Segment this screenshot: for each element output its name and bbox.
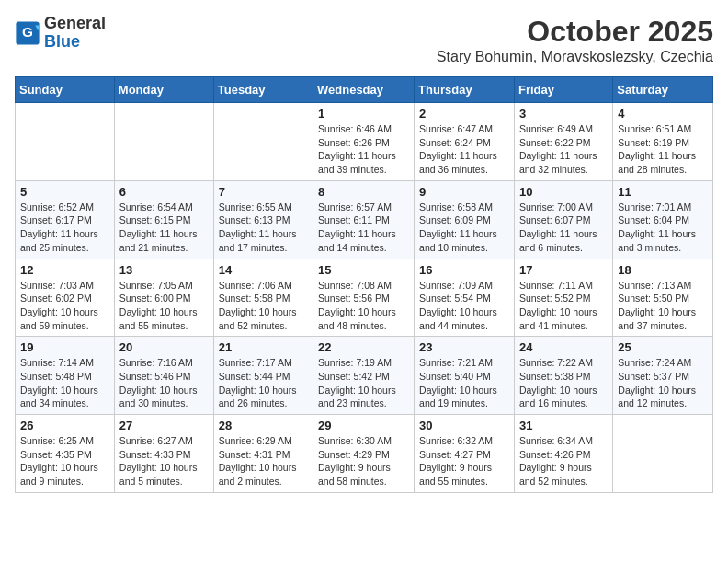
page-header: G General Blue October 2025 Stary Bohumi… <box>15 15 713 65</box>
weekday-header-saturday: Saturday <box>613 77 713 103</box>
day-info: Sunrise: 7:08 AM Sunset: 5:56 PM Dayligh… <box>318 279 409 333</box>
day-number: 10 <box>519 185 608 199</box>
day-number: 21 <box>219 340 308 354</box>
weekday-header-thursday: Thursday <box>415 77 515 103</box>
day-info: Sunrise: 7:22 AM Sunset: 5:38 PM Dayligh… <box>519 356 608 410</box>
calendar-cell: 22Sunrise: 7:19 AM Sunset: 5:42 PM Dayli… <box>313 337 415 415</box>
week-row-1: 1Sunrise: 6:46 AM Sunset: 6:26 PM Daylig… <box>16 103 713 181</box>
day-number: 22 <box>318 340 409 354</box>
day-number: 1 <box>318 107 409 121</box>
day-info: Sunrise: 7:00 AM Sunset: 6:07 PM Dayligh… <box>519 201 608 255</box>
weekday-header-friday: Friday <box>514 77 612 103</box>
calendar-cell: 7Sunrise: 6:55 AM Sunset: 6:13 PM Daylig… <box>213 180 313 259</box>
day-info: Sunrise: 6:58 AM Sunset: 6:09 PM Dayligh… <box>419 201 509 255</box>
day-number: 7 <box>219 185 308 199</box>
weekday-header-wednesday: Wednesday <box>313 77 415 103</box>
day-number: 19 <box>20 340 109 354</box>
day-info: Sunrise: 6:25 AM Sunset: 4:35 PM Dayligh… <box>20 434 109 488</box>
day-info: Sunrise: 7:24 AM Sunset: 5:37 PM Dayligh… <box>618 356 708 410</box>
calendar-cell: 18Sunrise: 7:13 AM Sunset: 5:50 PM Dayli… <box>613 259 713 337</box>
calendar-cell: 27Sunrise: 6:27 AM Sunset: 4:33 PM Dayli… <box>114 415 213 493</box>
weekday-header-tuesday: Tuesday <box>213 77 313 103</box>
calendar-cell: 8Sunrise: 6:57 AM Sunset: 6:11 PM Daylig… <box>313 180 415 259</box>
day-number: 15 <box>318 263 409 277</box>
day-info: Sunrise: 6:32 AM Sunset: 4:27 PM Dayligh… <box>419 434 509 488</box>
day-number: 18 <box>618 263 708 277</box>
day-info: Sunrise: 6:46 AM Sunset: 6:26 PM Dayligh… <box>318 122 409 177</box>
calendar-cell: 3Sunrise: 6:49 AM Sunset: 6:22 PM Daylig… <box>514 103 612 181</box>
day-number: 6 <box>119 185 209 199</box>
calendar-cell <box>16 103 115 181</box>
calendar-cell: 9Sunrise: 6:58 AM Sunset: 6:09 PM Daylig… <box>415 180 515 259</box>
day-info: Sunrise: 7:01 AM Sunset: 6:04 PM Dayligh… <box>618 201 708 255</box>
calendar-cell: 5Sunrise: 6:52 AM Sunset: 6:17 PM Daylig… <box>16 180 115 259</box>
day-info: Sunrise: 6:47 AM Sunset: 6:24 PM Dayligh… <box>419 122 509 177</box>
logo: G General Blue <box>15 15 106 52</box>
day-number: 30 <box>419 419 509 432</box>
day-number: 14 <box>219 263 308 277</box>
weekday-header-monday: Monday <box>114 77 213 103</box>
calendar-cell: 19Sunrise: 7:14 AM Sunset: 5:48 PM Dayli… <box>16 337 115 415</box>
calendar-cell: 15Sunrise: 7:08 AM Sunset: 5:56 PM Dayli… <box>313 259 415 337</box>
day-number: 12 <box>20 263 109 277</box>
week-row-3: 12Sunrise: 7:03 AM Sunset: 6:02 PM Dayli… <box>16 259 713 337</box>
calendar-cell: 6Sunrise: 6:54 AM Sunset: 6:15 PM Daylig… <box>114 180 213 259</box>
calendar-cell: 28Sunrise: 6:29 AM Sunset: 4:31 PM Dayli… <box>213 415 313 493</box>
day-number: 17 <box>519 263 608 277</box>
week-row-2: 5Sunrise: 6:52 AM Sunset: 6:17 PM Daylig… <box>16 180 713 259</box>
calendar-cell: 24Sunrise: 7:22 AM Sunset: 5:38 PM Dayli… <box>514 337 612 415</box>
day-info: Sunrise: 7:06 AM Sunset: 5:58 PM Dayligh… <box>219 279 308 333</box>
day-info: Sunrise: 6:29 AM Sunset: 4:31 PM Dayligh… <box>219 434 308 488</box>
day-info: Sunrise: 7:05 AM Sunset: 6:00 PM Dayligh… <box>119 279 209 333</box>
calendar-cell: 20Sunrise: 7:16 AM Sunset: 5:46 PM Dayli… <box>114 337 213 415</box>
calendar-cell: 17Sunrise: 7:11 AM Sunset: 5:52 PM Dayli… <box>514 259 612 337</box>
day-info: Sunrise: 6:51 AM Sunset: 6:19 PM Dayligh… <box>618 122 708 177</box>
calendar-cell: 30Sunrise: 6:32 AM Sunset: 4:27 PM Dayli… <box>415 415 515 493</box>
day-info: Sunrise: 7:09 AM Sunset: 5:54 PM Dayligh… <box>419 279 509 333</box>
day-info: Sunrise: 7:16 AM Sunset: 5:46 PM Dayligh… <box>119 356 209 410</box>
weekday-header-row: SundayMondayTuesdayWednesdayThursdayFrid… <box>16 77 713 103</box>
day-info: Sunrise: 6:27 AM Sunset: 4:33 PM Dayligh… <box>119 434 209 488</box>
day-number: 13 <box>119 263 209 277</box>
day-info: Sunrise: 6:30 AM Sunset: 4:29 PM Dayligh… <box>318 434 409 488</box>
day-number: 24 <box>519 340 608 354</box>
weekday-header-sunday: Sunday <box>16 77 115 103</box>
logo-icon: G <box>15 20 40 46</box>
week-row-4: 19Sunrise: 7:14 AM Sunset: 5:48 PM Dayli… <box>16 337 713 415</box>
day-number: 2 <box>419 107 509 121</box>
day-info: Sunrise: 6:54 AM Sunset: 6:15 PM Dayligh… <box>119 201 209 255</box>
calendar-cell <box>114 103 213 181</box>
day-info: Sunrise: 7:17 AM Sunset: 5:44 PM Dayligh… <box>219 356 308 410</box>
calendar-cell: 11Sunrise: 7:01 AM Sunset: 6:04 PM Dayli… <box>613 180 713 259</box>
calendar-cell: 16Sunrise: 7:09 AM Sunset: 5:54 PM Dayli… <box>415 259 515 337</box>
day-number: 16 <box>419 263 509 277</box>
day-info: Sunrise: 6:52 AM Sunset: 6:17 PM Dayligh… <box>20 201 109 255</box>
calendar-table: SundayMondayTuesdayWednesdayThursdayFrid… <box>15 76 713 493</box>
calendar-title: October 2025 <box>437 15 713 49</box>
week-row-5: 26Sunrise: 6:25 AM Sunset: 4:35 PM Dayli… <box>16 415 713 493</box>
calendar-cell: 26Sunrise: 6:25 AM Sunset: 4:35 PM Dayli… <box>16 415 115 493</box>
day-number: 4 <box>618 107 708 121</box>
calendar-cell: 2Sunrise: 6:47 AM Sunset: 6:24 PM Daylig… <box>415 103 515 181</box>
calendar-cell <box>213 103 313 181</box>
calendar-cell: 13Sunrise: 7:05 AM Sunset: 6:00 PM Dayli… <box>114 259 213 337</box>
day-info: Sunrise: 6:57 AM Sunset: 6:11 PM Dayligh… <box>318 201 409 255</box>
calendar-cell: 21Sunrise: 7:17 AM Sunset: 5:44 PM Dayli… <box>213 337 313 415</box>
day-info: Sunrise: 7:19 AM Sunset: 5:42 PM Dayligh… <box>318 356 409 410</box>
day-number: 9 <box>419 185 509 199</box>
day-info: Sunrise: 6:49 AM Sunset: 6:22 PM Dayligh… <box>519 122 608 177</box>
svg-text:G: G <box>22 23 33 39</box>
day-number: 28 <box>219 419 308 432</box>
day-number: 27 <box>119 419 209 432</box>
logo-general-text: General <box>44 15 106 33</box>
day-number: 11 <box>618 185 708 199</box>
day-info: Sunrise: 6:34 AM Sunset: 4:26 PM Dayligh… <box>519 434 608 488</box>
logo-blue-text: Blue <box>44 33 106 52</box>
day-number: 25 <box>618 340 708 354</box>
day-info: Sunrise: 6:55 AM Sunset: 6:13 PM Dayligh… <box>219 201 308 255</box>
calendar-subtitle: Stary Bohumin, Moravskoslezsky, Czechia <box>437 49 713 65</box>
day-number: 23 <box>419 340 509 354</box>
day-number: 3 <box>519 107 608 121</box>
calendar-cell: 12Sunrise: 7:03 AM Sunset: 6:02 PM Dayli… <box>16 259 115 337</box>
calendar-cell: 1Sunrise: 6:46 AM Sunset: 6:26 PM Daylig… <box>313 103 415 181</box>
